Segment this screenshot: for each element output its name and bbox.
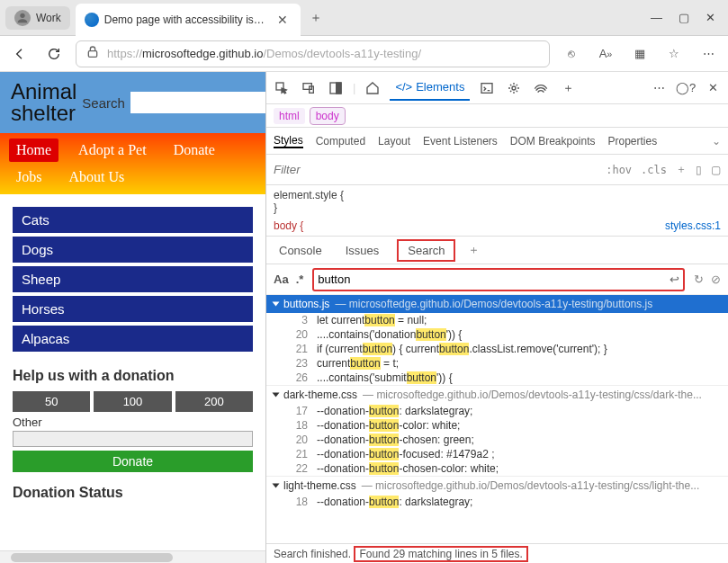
console-tab-icon[interactable] bbox=[477, 78, 497, 98]
donation-100-button[interactable]: 100 bbox=[94, 391, 171, 412]
animal-list: Cats Dogs Sheep Horses Alpacas bbox=[13, 207, 253, 352]
hov-toggle[interactable]: :hov bbox=[606, 164, 632, 176]
maximize-button[interactable]: ▢ bbox=[679, 11, 689, 24]
search-results: buttons.js — microsoftedge.github.io/Dem… bbox=[266, 295, 728, 543]
read-aloud-icon[interactable]: A» bbox=[593, 41, 618, 67]
dom-breakpoints-tab[interactable]: DOM Breakpoints bbox=[510, 135, 596, 147]
drawer-tabstrip: Console Issues Search ＋ bbox=[266, 236, 728, 264]
svg-rect-1 bbox=[88, 51, 96, 58]
computed-styles-icon[interactable]: ▯ bbox=[696, 164, 702, 176]
refresh-button[interactable] bbox=[41, 41, 67, 67]
more-tabs-button[interactable]: ＋ bbox=[558, 78, 578, 98]
new-tab-button[interactable]: ＋ bbox=[306, 8, 326, 28]
dock-icon[interactable] bbox=[326, 78, 346, 98]
styles-rules: element.style { } body {styles.css:1 bbox=[266, 185, 728, 236]
drawer-add-tab-button[interactable]: ＋ bbox=[468, 242, 480, 258]
devtools-panel: | </>Elements ＋ ⋯ ◯? ✕ html body Styles … bbox=[266, 72, 728, 563]
search-input[interactable] bbox=[318, 273, 670, 286]
donation-200-button[interactable]: 200 bbox=[175, 391, 253, 412]
scrollbar-thumb[interactable] bbox=[11, 553, 173, 562]
cls-toggle[interactable]: .cls bbox=[641, 164, 667, 176]
donate-button[interactable]: Donate bbox=[13, 451, 253, 472]
breadcrumb-body[interactable]: body bbox=[310, 108, 345, 124]
styles-more-icon[interactable]: ⌄ bbox=[712, 135, 721, 147]
search-clear-button[interactable]: ⊘ bbox=[711, 273, 721, 286]
event-listeners-tab[interactable]: Event Listeners bbox=[423, 135, 498, 147]
page-header: Animal shelter Search bbox=[0, 72, 265, 133]
source-link[interactable]: styles.css:1 bbox=[665, 219, 721, 232]
result-line[interactable]: 21if (currentbutton) { currentbutton.cla… bbox=[266, 342, 728, 356]
list-item[interactable]: Horses bbox=[13, 296, 253, 322]
result-file-header[interactable]: dark-theme.css — microsoftedge.github.io… bbox=[266, 385, 728, 404]
styles-tab[interactable]: Styles bbox=[274, 134, 303, 148]
result-line[interactable]: 17--donation-button: darkslategray; bbox=[266, 404, 728, 418]
result-line[interactable]: 23currentbutton = t; bbox=[266, 356, 728, 371]
nav-jobs[interactable]: Jobs bbox=[9, 165, 49, 189]
url-input[interactable]: https://microsoftedge.github.io/Demos/de… bbox=[76, 40, 550, 67]
window-titlebar: Work Demo page with accessibility issues… bbox=[0, 0, 728, 36]
result-line[interactable]: 22--donation-button-chosen-color: white; bbox=[266, 461, 728, 476]
result-file-header[interactable]: light-theme.css — microsoftedge.github.i… bbox=[266, 476, 728, 495]
nav-adopt[interactable]: Adopt a Pet bbox=[71, 139, 154, 162]
new-style-rule-icon[interactable]: ＋ bbox=[676, 162, 687, 177]
shopping-icon[interactable]: ⎋ bbox=[559, 41, 584, 67]
favorite-button[interactable]: ☆ bbox=[661, 41, 687, 67]
search-drawer-tab[interactable]: Search bbox=[397, 239, 455, 262]
breadcrumb-html[interactable]: html bbox=[274, 108, 305, 124]
svg-point-0 bbox=[20, 13, 24, 17]
issues-drawer-tab[interactable]: Issues bbox=[340, 240, 385, 261]
welcome-tab[interactable] bbox=[363, 78, 382, 98]
properties-tab[interactable]: Properties bbox=[608, 135, 658, 147]
collections-icon[interactable]: ▦ bbox=[627, 41, 652, 67]
page-search-input[interactable] bbox=[130, 92, 266, 113]
list-item[interactable]: Sheep bbox=[13, 266, 253, 292]
page-viewport: Animal shelter Search Home Adopt a Pet D… bbox=[0, 72, 266, 563]
search-bar: Aa .* ↩ ↻ ⊘ bbox=[266, 264, 728, 295]
result-line[interactable]: 21--donation-button-focused: #1479a2 ; bbox=[266, 447, 728, 461]
nav-about[interactable]: About Us bbox=[61, 165, 131, 189]
styles-filter-input[interactable] bbox=[274, 163, 597, 176]
result-line[interactable]: 3let currentbutton = null; bbox=[266, 313, 728, 327]
devtools-close-button[interactable]: ✕ bbox=[703, 78, 723, 98]
browser-tab[interactable]: Demo page with accessibility issues ✕ bbox=[76, 4, 301, 36]
horizontal-scrollbar[interactable] bbox=[0, 550, 265, 563]
donation-50-button[interactable]: 50 bbox=[13, 391, 90, 412]
search-submit-icon[interactable]: ↩ bbox=[670, 273, 679, 286]
console-drawer-tab[interactable]: Console bbox=[274, 240, 328, 261]
inspect-icon[interactable] bbox=[272, 78, 292, 98]
svg-point-8 bbox=[512, 86, 516, 90]
match-case-toggle[interactable]: Aa bbox=[274, 273, 289, 286]
more-button[interactable]: ⋯ bbox=[696, 41, 721, 67]
computed-tab[interactable]: Computed bbox=[316, 135, 365, 147]
other-amount-input[interactable] bbox=[13, 431, 253, 447]
search-refresh-button[interactable]: ↻ bbox=[694, 273, 704, 286]
device-toggle-icon[interactable] bbox=[299, 78, 319, 98]
list-item[interactable]: Cats bbox=[13, 207, 253, 233]
regex-toggle[interactable]: .* bbox=[296, 273, 304, 286]
address-bar: https://microsoftedge.github.io/Demos/de… bbox=[0, 36, 728, 72]
result-line[interactable]: 20--donation-button-chosen: green; bbox=[266, 433, 728, 447]
sources-tab-icon[interactable] bbox=[504, 78, 524, 98]
help-icon[interactable]: ◯? bbox=[676, 78, 696, 98]
minimize-button[interactable]: — bbox=[651, 11, 662, 24]
result-line[interactable]: 20....contains('donationbutton')) { bbox=[266, 327, 728, 342]
result-line[interactable]: 26....contains('submitbutton')) { bbox=[266, 371, 728, 385]
tab-close-button[interactable]: ✕ bbox=[274, 11, 292, 29]
settings-more-icon[interactable]: ⋯ bbox=[649, 78, 669, 98]
nav-home[interactable]: Home bbox=[9, 139, 58, 162]
avatar-icon bbox=[14, 10, 31, 26]
list-item[interactable]: Alpacas bbox=[13, 326, 253, 352]
toggle-panel-icon[interactable]: ▢ bbox=[711, 164, 721, 176]
layout-tab[interactable]: Layout bbox=[378, 135, 410, 147]
result-file-header[interactable]: buttons.js — microsoftedge.github.io/Dem… bbox=[266, 295, 728, 313]
elements-tab[interactable]: </>Elements bbox=[390, 75, 470, 101]
profile-button[interactable]: Work bbox=[5, 6, 70, 30]
network-tab-icon[interactable] bbox=[531, 78, 551, 98]
close-window-button[interactable]: ✕ bbox=[706, 11, 715, 24]
back-button[interactable] bbox=[7, 41, 32, 67]
search-label: Search bbox=[82, 95, 125, 111]
list-item[interactable]: Dogs bbox=[13, 237, 253, 263]
nav-donate[interactable]: Donate bbox=[166, 139, 222, 162]
result-line[interactable]: 18--donation-button: darkslategray; bbox=[266, 495, 728, 509]
result-line[interactable]: 18--donation-button-color: white; bbox=[266, 418, 728, 433]
